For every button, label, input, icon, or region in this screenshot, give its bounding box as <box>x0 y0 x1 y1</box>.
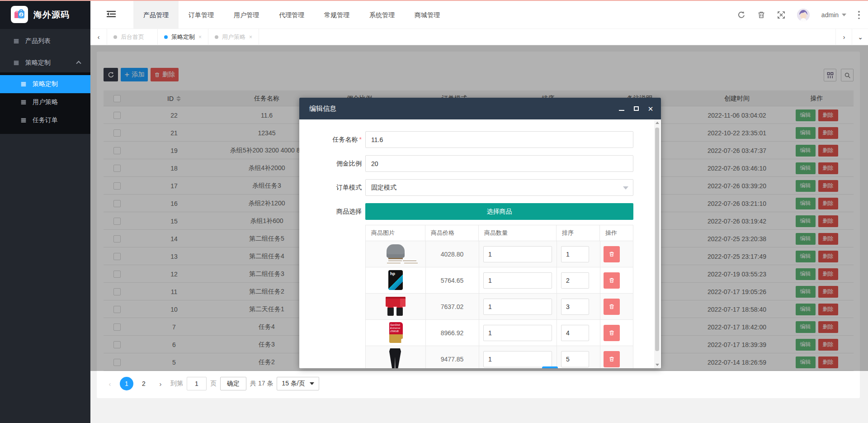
product-price: 9477.85 <box>425 346 479 368</box>
top-menu-item[interactable]: 代理管理 <box>269 1 314 29</box>
more-options-icon[interactable] <box>858 11 860 19</box>
top-menu: 产品管理 订单管理 用户管理 代理管理 常规管理 系统管理 商城管理 <box>133 1 450 29</box>
avatar[interactable] <box>797 9 810 21</box>
brand-header[interactable]: 海外源码 <box>0 1 90 29</box>
product-remove-button[interactable] <box>604 246 620 262</box>
product-price: 8966.92 <box>425 320 479 346</box>
tab-status-dot <box>215 35 218 39</box>
sidebar-subitem[interactable]: 任务订单 <box>0 111 90 129</box>
dialog-close-icon[interactable]: ✕ <box>647 105 654 112</box>
page-size-select[interactable]: 15 条/页 <box>277 377 319 390</box>
product-remove-button[interactable] <box>604 299 620 315</box>
scroll-down-arrow[interactable] <box>654 361 660 368</box>
product-qty-input[interactable] <box>483 272 552 289</box>
product-remove-button[interactable] <box>604 325 620 341</box>
scroll-up-arrow[interactable] <box>654 119 660 126</box>
product-sort-input[interactable] <box>561 325 589 341</box>
list-icon <box>13 60 20 66</box>
list-icon <box>20 81 27 87</box>
page-tab[interactable]: 策略定制 × <box>158 29 208 45</box>
user-menu[interactable]: admin <box>821 11 846 19</box>
top-menu-item[interactable]: 用户管理 <box>224 1 269 29</box>
tab-label: 用户策略 <box>222 33 245 41</box>
sidebar-subitem-label: 任务订单 <box>33 116 58 124</box>
select-product-button[interactable]: 选择商品 <box>365 203 633 220</box>
list-icon <box>13 38 20 44</box>
product-select-label: 商品选择 <box>299 203 362 220</box>
product-image <box>366 321 425 345</box>
page-tab[interactable]: 后台首页 × <box>107 29 158 45</box>
sidebar: 海外源码 产品列表 策略定制 策略定制 用户策略 <box>0 1 90 423</box>
goto-confirm-button[interactable]: 确定 <box>220 377 246 390</box>
product-qty-input[interactable] <box>483 246 552 262</box>
rate-input[interactable] <box>365 155 633 172</box>
sidebar-group-strategy[interactable]: 策略定制 <box>0 53 90 72</box>
product-sort-input[interactable] <box>561 351 589 367</box>
product-sort-input[interactable] <box>561 299 589 315</box>
product-image <box>366 269 425 292</box>
pcol-qty: 商品数量 <box>479 225 557 241</box>
top-menu-item[interactable]: 系统管理 <box>359 1 405 29</box>
app-root: 海外源码 产品列表 策略定制 策略定制 用户策略 <box>0 0 868 423</box>
tab-close-icon[interactable]: × <box>249 34 252 40</box>
sidebar-subitem[interactable]: 策略定制 <box>0 75 90 93</box>
page-number-button[interactable]: 2 <box>137 377 151 390</box>
tabs-scroll-right-button[interactable]: › <box>835 29 852 45</box>
next-page-button[interactable]: › <box>154 377 167 390</box>
order-mode-label: 订单模式 <box>299 179 362 196</box>
fullscreen-icon[interactable] <box>777 11 785 19</box>
goto-page-input[interactable] <box>187 377 207 390</box>
dialog-minimize-button[interactable] <box>618 105 625 112</box>
product-remove-button[interactable] <box>604 351 620 367</box>
product-row: 5764.65 <box>365 267 633 294</box>
sidebar-item-label: 产品列表 <box>25 37 51 45</box>
product-image <box>366 242 425 266</box>
pcol-sort: 排序 <box>557 225 600 241</box>
product-qty-input[interactable] <box>483 299 552 315</box>
tabs-scroll-left-button[interactable]: ‹ <box>90 29 107 45</box>
refresh-icon[interactable] <box>737 11 745 19</box>
product-price: 5764.65 <box>425 267 479 294</box>
product-row: 9477.85 <box>365 346 633 368</box>
top-menu-item[interactable]: 产品管理 <box>133 1 179 29</box>
scrollbar-thumb[interactable] <box>655 128 659 351</box>
page-number-button[interactable]: 1 <box>120 377 133 390</box>
sidebar-item-product-list[interactable]: 产品列表 <box>0 32 90 51</box>
tab-status-dot <box>113 35 117 39</box>
modal-scrollbar[interactable] <box>654 119 660 368</box>
product-remove-button[interactable] <box>604 272 620 289</box>
trash-icon <box>609 277 615 284</box>
dialog-maximize-button[interactable] <box>633 105 639 112</box>
chevron-up-icon <box>76 61 81 66</box>
task-name-label: 任务名称* <box>299 131 362 148</box>
top-menu-item[interactable]: 商城管理 <box>405 1 450 29</box>
order-mode-select[interactable] <box>365 179 633 196</box>
product-row: 7637.02 <box>365 294 633 320</box>
prev-page-button[interactable]: ‹ <box>104 377 116 390</box>
pcol-image: 商品图片 <box>366 225 425 241</box>
page-tab[interactable]: 用户策略 × <box>208 29 259 45</box>
hidden-submit-button-top <box>542 366 558 368</box>
page-tabbar: ‹ 后台首页 × 策略定制 × 用户策略 × <box>90 29 868 45</box>
product-sort-input[interactable] <box>561 272 589 289</box>
task-name-input[interactable] <box>365 131 633 148</box>
page-size-value: 15 条/页 <box>282 380 305 388</box>
sidebar-subitem-label: 用户策略 <box>33 98 58 106</box>
product-table: 商品图片 商品价格 商品数量 排序 操作 4028.80 <box>365 225 633 368</box>
top-menu-item[interactable]: 常规管理 <box>314 1 359 29</box>
product-sort-input[interactable] <box>561 246 589 262</box>
pcol-actions: 操作 <box>600 225 634 241</box>
product-table-header: 商品图片 商品价格 商品数量 排序 操作 <box>365 225 633 241</box>
product-qty-input[interactable] <box>483 351 552 367</box>
product-qty-input[interactable] <box>483 325 552 341</box>
collapse-menu-icon[interactable] <box>107 10 117 19</box>
dialog-title: 编辑信息 <box>309 105 336 113</box>
sidebar-subitem[interactable]: 用户策略 <box>0 93 90 111</box>
caret-down-icon <box>310 382 314 385</box>
top-menu-item[interactable]: 订单管理 <box>179 1 224 29</box>
clear-cache-trash-icon[interactable] <box>757 11 765 19</box>
dialog-titlebar[interactable]: 编辑信息 ✕ <box>299 98 661 119</box>
tab-status-dot <box>164 35 168 39</box>
tab-close-icon[interactable]: × <box>198 34 202 40</box>
tabs-menu-button[interactable]: ⌄ <box>852 29 868 45</box>
